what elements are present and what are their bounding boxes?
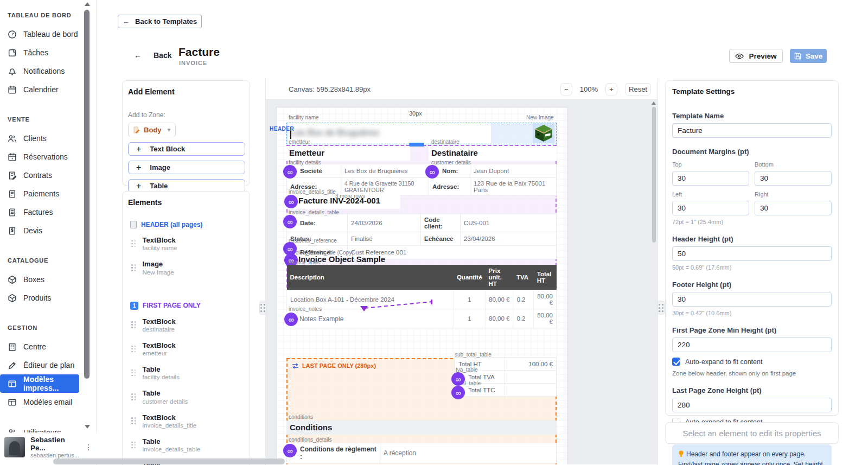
drag-handle-icon[interactable]	[131, 442, 136, 449]
emetteur-textblock[interactable]: Emetteur	[286, 146, 410, 161]
back-button[interactable]: ← Back	[134, 51, 171, 60]
drag-handle-icon[interactable]	[131, 393, 136, 400]
element-item-textblock-emetteur[interactable]: TextBlock emetteur	[128, 337, 244, 361]
sidebar-item-boxes[interactable]: Boxes	[0, 270, 79, 289]
sidebar-item-quotes[interactable]: Devis	[0, 221, 79, 240]
conditions-title-block[interactable]: Conditions	[286, 421, 557, 435]
sidebar-item-contracts[interactable]: Contrats	[0, 166, 79, 184]
template-icon	[8, 379, 17, 388]
back-to-templates-button[interactable]: ← Back to Templates	[118, 15, 202, 28]
drag-handle-icon[interactable]	[131, 346, 136, 353]
facility-name-label: facility name	[289, 114, 319, 120]
sidebar-item-invoices[interactable]: Factures	[0, 203, 79, 221]
add-text-block-button[interactable]: + Text Block	[128, 142, 245, 156]
top-margin-label: 30px	[409, 110, 422, 117]
sidebar-item-products[interactable]: Produits	[0, 289, 79, 307]
margin-top-input[interactable]	[672, 171, 749, 186]
sidebar-item-clients[interactable]: Clients	[0, 129, 79, 148]
user-profile[interactable]: Sebastien Pe... sebastien.pertus... ⋮	[0, 432, 97, 462]
sidebar-item-plan-editor[interactable]: Éditeur de plan	[0, 356, 79, 374]
scrollbar-thumb[interactable]	[84, 10, 90, 379]
template-name-input[interactable]	[672, 123, 832, 138]
customer-details-table[interactable]: Nom: Jean Dupont Adresse: 123 Rue de la …	[429, 164, 557, 196]
preview-button[interactable]: Preview	[729, 49, 783, 63]
right-splitter-handle[interactable]	[658, 301, 665, 315]
cube-icon	[8, 294, 17, 303]
margin-bottom-input[interactable]	[755, 171, 832, 186]
sidebar-item-dashboard[interactable]: Tableau de bord	[0, 25, 79, 43]
zone-select[interactable]: Body ▼	[128, 123, 176, 137]
page-icon	[130, 221, 137, 228]
totals-table[interactable]: Total HT 100.00 € Total TVA Total TTC	[455, 357, 557, 397]
first-zone-input[interactable]	[672, 337, 832, 352]
document-page[interactable]: 30px facility name New Image HEADER Les …	[277, 107, 567, 464]
drag-handle-icon[interactable]	[131, 321, 136, 328]
elements-title: Elements	[128, 198, 244, 207]
canvas-header: Canvas: 595.28x841.89px − 100% + Reset	[266, 79, 658, 100]
elements-panel: Elements HEADER (all pages) TextBlock fa…	[122, 191, 250, 465]
canvas-scroll-up-icon[interactable]	[652, 101, 656, 105]
element-item-table-customer-details[interactable]: Table customer details	[128, 385, 244, 409]
header-height-input[interactable]	[672, 246, 832, 261]
sidebar: TABLEAU DE BORD Tableau de bord Tâches N…	[0, 0, 97, 465]
sidebar-item-reservations[interactable]: Réservations	[0, 148, 79, 166]
drag-handle-icon[interactable]	[131, 370, 136, 377]
drag-handle-icon[interactable]	[131, 264, 136, 271]
element-item-textblock-invoice-details-title[interactable]: TextBlock invoice_details_title	[128, 409, 244, 433]
sidebar-item-label: Contrats	[23, 171, 52, 180]
element-item-textblock-facility-name[interactable]: TextBlock facility name	[128, 232, 244, 256]
horizontal-scrollbar-thumb[interactable]	[53, 458, 285, 464]
sidebar-item-email-templates[interactable]: Modèles email	[0, 393, 79, 411]
scroll-down-icon[interactable]	[85, 425, 90, 429]
footer-height-input[interactable]	[672, 292, 832, 307]
header-height-hint: 50pt = 0.69" (17.6mm)	[672, 264, 832, 271]
page-one-badge: 1	[130, 302, 138, 310]
sidebar-item-center[interactable]: Centre	[0, 337, 79, 356]
add-element-panel: Add Element Add to Zone: Body ▼ + Text B…	[122, 80, 250, 186]
margin-right-input[interactable]	[755, 201, 832, 215]
conditions-table[interactable]: Conditions de règlement : A réception	[286, 443, 557, 463]
last-zone-input[interactable]	[672, 398, 832, 412]
binding-icon: ∞	[451, 386, 465, 399]
notes-textblock[interactable]: ∞ Notes Example	[286, 312, 450, 326]
binding-icon: ∞	[283, 242, 297, 256]
zone-resize-handle[interactable]	[409, 143, 424, 146]
canvas-panel: Canvas: 595.28x841.89px − 100% + Reset 3…	[265, 79, 658, 465]
sidebar-item-tasks[interactable]: Tâches	[0, 43, 79, 62]
footer-height-label: Footer Height (pt)	[672, 281, 832, 289]
margin-left-input[interactable]	[672, 201, 749, 215]
save-button[interactable]: Save	[790, 49, 827, 63]
logo-image-element[interactable]	[533, 123, 554, 143]
add-image-button[interactable]: + Image	[128, 161, 245, 174]
zoom-reset-button[interactable]: Reset	[625, 83, 651, 95]
sidebar-item-payments[interactable]: Paiements	[0, 184, 79, 203]
element-item-image-new-image[interactable]: Image New Image	[128, 256, 244, 279]
drag-handle-icon[interactable]	[131, 240, 136, 247]
sidebar-item-label: Notifications	[23, 67, 65, 75]
zoom-out-button[interactable]: −	[560, 83, 572, 95]
sidebar-item-notifications[interactable]: Notifications	[0, 62, 79, 80]
back-arrow-icon: ←	[123, 17, 130, 26]
canvas-scrollbar-thumb[interactable]	[652, 107, 656, 243]
element-item-table-invoice-details-table[interactable]: Table invoice_details_table	[128, 433, 244, 457]
sidebar-item-label: Boxes	[23, 275, 44, 284]
dashboard-icon	[8, 30, 17, 39]
sidebar-scrollbar[interactable]	[84, 1, 90, 430]
destinataire-textblock[interactable]: Destinataire	[429, 146, 557, 161]
left-splitter-handle[interactable]	[259, 301, 266, 315]
auto-expand-first-checkbox[interactable]	[672, 358, 680, 366]
drag-handle-icon[interactable]	[131, 417, 136, 424]
sidebar-item-label: Devis	[23, 226, 42, 235]
sidebar-item-calendar[interactable]: Calendrier	[0, 80, 79, 99]
element-item-table-facility-details[interactable]: Table facility details	[128, 361, 244, 385]
facility-name-textblock[interactable]: Les Box de Bruguières	[288, 123, 491, 143]
copy-label: invoice_details_title (Copy)	[289, 250, 354, 256]
user-menu-icon[interactable]: ⋮	[85, 443, 98, 451]
footer-height-hint: 30pt = 0.42" (10.6mm)	[672, 310, 832, 316]
scroll-up-icon[interactable]	[85, 2, 90, 6]
save-icon	[794, 53, 801, 60]
canvas-body[interactable]: 30px facility name New Image HEADER Les …	[266, 100, 658, 464]
sidebar-item-print-templates[interactable]: Modèles impress...	[0, 374, 79, 393]
zoom-in-button[interactable]: +	[605, 83, 617, 95]
element-item-textblock-destinataire[interactable]: TextBlock destinataire	[128, 313, 244, 337]
